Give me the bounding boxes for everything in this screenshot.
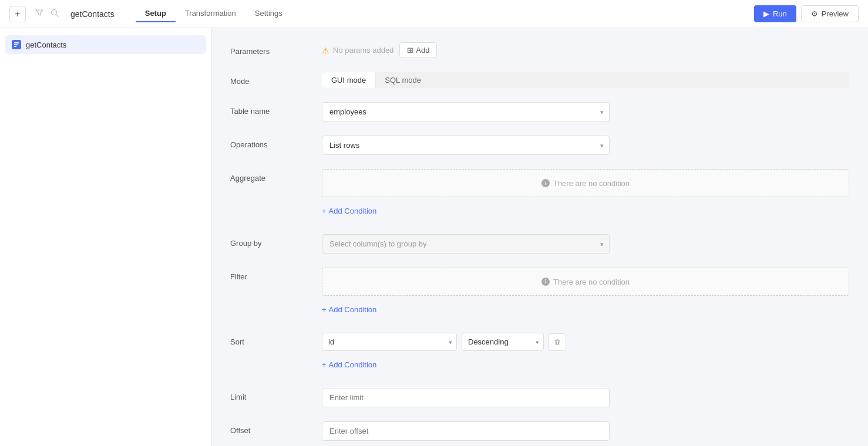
filter-condition-area: i There are no condition	[322, 268, 849, 296]
filter-control: i There are no condition + Add Condition	[322, 268, 849, 319]
filter-condition-text: There are no condition	[553, 278, 630, 286]
sidebar: getContacts	[0, 28, 211, 446]
main-layout: getContacts Parameters ⚠ No params added…	[0, 28, 868, 446]
sql-mode-button[interactable]: SQL mode	[375, 72, 430, 88]
offset-control	[322, 421, 849, 441]
aggregate-label: Aggregate	[230, 169, 312, 183]
params-area: ⚠ No params added ⊞ Add	[322, 42, 849, 58]
sort-label: Sort	[230, 333, 312, 346]
tab-settings[interactable]: Settings	[245, 5, 292, 22]
sort-fields-row: id Descending	[322, 333, 849, 351]
offset-row: Offset	[230, 421, 849, 441]
query-icon	[12, 40, 21, 49]
offset-label: Offset	[230, 421, 312, 435]
sort-col-wrapper: id	[322, 333, 457, 351]
table-name-label: Table name	[230, 102, 312, 116]
table-name-select[interactable]: employees	[322, 102, 610, 121]
topbar-actions: ▶ Run ⚙ Preview	[754, 5, 859, 22]
parameters-control: ⚠ No params added ⊞ Add	[322, 42, 849, 58]
sort-delete-button[interactable]	[549, 333, 566, 351]
parameters-label: Parameters	[230, 42, 312, 56]
add-param-icon: ⊞	[407, 46, 413, 55]
run-label: Run	[773, 9, 787, 18]
aggregate-add-condition-button[interactable]: + Add Condition	[322, 202, 376, 220]
run-button[interactable]: ▶ Run	[754, 5, 796, 22]
limit-control	[322, 388, 849, 407]
topbar: + getContacts Setup Transformation Setti…	[0, 0, 868, 28]
offset-input[interactable]	[322, 421, 610, 441]
mode-label: Mode	[230, 72, 312, 86]
parameters-row: Parameters ⚠ No params added ⊞ Add	[230, 42, 849, 58]
sort-control: id Descending	[322, 333, 849, 374]
sidebar-item-getcontacts[interactable]: getContacts	[5, 35, 206, 54]
table-name-row: Table name employees	[230, 102, 849, 121]
filter-label: Filter	[230, 268, 312, 281]
sort-add-condition-button[interactable]: + Add Condition	[322, 356, 376, 374]
no-params-text: No params added	[333, 46, 393, 55]
operations-label: Operations	[230, 136, 312, 149]
sort-add-label: Add Condition	[329, 360, 377, 369]
filter-no-condition: i There are no condition	[541, 278, 630, 286]
sort-dir-wrapper: Descending	[462, 333, 544, 351]
svg-rect-3	[14, 44, 18, 45]
content-area: Parameters ⚠ No params added ⊞ Add	[211, 28, 868, 446]
group-by-row: Group by Select column(s) to group by	[230, 234, 849, 254]
aggregate-condition-text: There are no condition	[553, 179, 630, 188]
limit-label: Limit	[230, 388, 312, 401]
mode-control: GUI mode SQL mode	[322, 72, 849, 88]
tab-setup[interactable]: Setup	[136, 5, 176, 22]
app-container: + getContacts Setup Transformation Setti…	[0, 0, 868, 446]
filter-row: Filter i There are no condition + Add Co…	[230, 268, 849, 319]
add-param-button[interactable]: ⊞ Add	[399, 42, 437, 58]
filter-add-condition-button[interactable]: + Add Condition	[322, 300, 376, 319]
sort-add-icon: +	[322, 360, 327, 369]
sort-row: Sort id Descending	[230, 333, 849, 374]
tab-transformation[interactable]: Transformation	[176, 5, 245, 22]
filter-add-label: Add Condition	[329, 305, 377, 314]
page-title: getContacts	[70, 9, 115, 19]
limit-row: Limit	[230, 388, 849, 407]
table-name-wrapper: employees	[322, 102, 610, 121]
mode-row: Mode GUI mode SQL mode	[230, 72, 849, 88]
run-icon: ▶	[763, 9, 769, 18]
group-by-label: Group by	[230, 234, 312, 248]
mode-toggle: GUI mode SQL mode	[322, 72, 849, 88]
aggregate-control: i There are no condition + Add Condition	[322, 169, 849, 220]
no-params-indicator: ⚠ No params added	[322, 46, 393, 55]
aggregate-row: Aggregate i There are no condition + Add…	[230, 169, 849, 220]
add-param-label: Add	[416, 46, 429, 55]
gui-mode-button[interactable]: GUI mode	[322, 72, 375, 88]
svg-line-1	[56, 15, 59, 17]
sidebar-item-label: getContacts	[26, 40, 66, 49]
filter-add-icon: +	[322, 305, 327, 314]
svg-rect-2	[14, 42, 19, 43]
filter-info-icon: i	[541, 278, 550, 286]
search-icon	[51, 9, 59, 19]
sort-direction-select[interactable]: Descending	[462, 333, 544, 351]
preview-label: Preview	[822, 9, 849, 18]
topbar-tabs: Setup Transformation Settings	[136, 5, 292, 22]
operations-row: Operations List rows	[230, 136, 849, 155]
svg-rect-4	[14, 46, 16, 47]
add-button[interactable]: +	[9, 6, 26, 22]
warning-icon: ⚠	[322, 46, 329, 55]
preview-button[interactable]: ⚙ Preview	[801, 5, 859, 22]
sort-column-select[interactable]: id	[322, 333, 457, 351]
group-by-control: Select column(s) to group by	[322, 234, 849, 254]
aggregate-info-icon: i	[541, 179, 550, 187]
group-by-select[interactable]: Select column(s) to group by	[322, 234, 610, 254]
operations-control: List rows	[322, 136, 849, 155]
aggregate-add-label: Add Condition	[329, 207, 377, 215]
aggregate-condition-area: i There are no condition	[322, 169, 849, 197]
aggregate-add-icon: +	[322, 207, 327, 215]
filter-icon	[35, 9, 43, 19]
aggregate-no-condition: i There are no condition	[541, 179, 630, 188]
group-by-wrapper: Select column(s) to group by	[322, 234, 610, 254]
operations-wrapper: List rows	[322, 136, 610, 155]
preview-icon: ⚙	[811, 9, 818, 18]
operations-select[interactable]: List rows	[322, 136, 610, 155]
limit-input[interactable]	[322, 388, 610, 407]
table-name-control: employees	[322, 102, 849, 121]
